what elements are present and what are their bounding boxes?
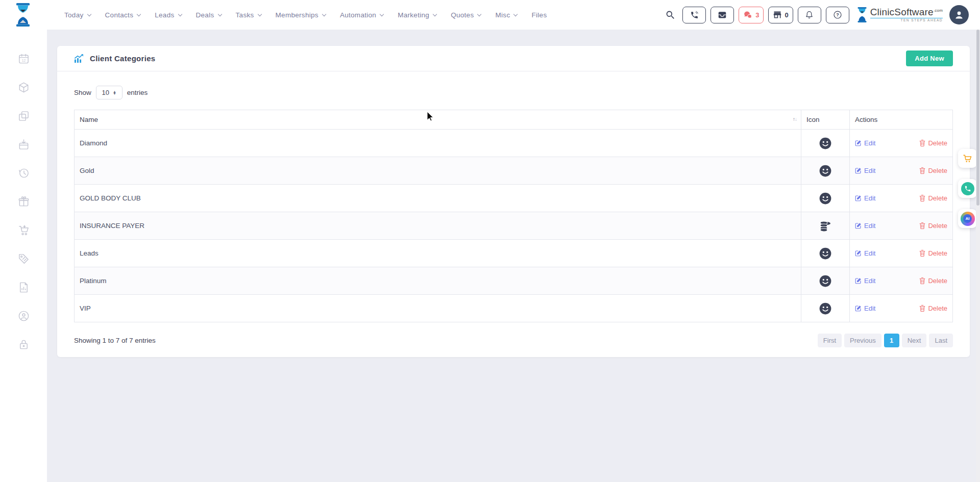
edit-button[interactable]: Edit xyxy=(855,139,875,147)
category-name-cell: Gold xyxy=(75,157,801,185)
delete-button[interactable]: Delete xyxy=(919,167,947,174)
category-name-cell: Platinum xyxy=(75,267,801,295)
nav-item-automation[interactable]: Automation xyxy=(340,11,383,19)
app-logo[interactable] xyxy=(11,3,35,27)
chevron-down-icon xyxy=(513,12,518,16)
trash-icon xyxy=(919,140,925,146)
edit-button[interactable]: Edit xyxy=(855,249,875,257)
smiley-icon xyxy=(819,137,832,150)
client-categories-card: Client Categories Add New Show 10 ▲▼ ent… xyxy=(57,46,970,357)
floating-cart-button[interactable] xyxy=(958,149,977,168)
phone-button[interactable] xyxy=(682,7,706,23)
user-avatar[interactable] xyxy=(949,5,969,24)
chat-button[interactable]: 3 xyxy=(739,7,764,23)
nav-item-leads[interactable]: Leads xyxy=(155,11,181,19)
column-header-name[interactable]: Name ↑↓ xyxy=(75,110,801,130)
till-button[interactable]: 0 xyxy=(768,7,793,23)
edit-button[interactable]: Edit xyxy=(855,167,875,174)
tag-icon xyxy=(18,253,30,265)
edit-icon xyxy=(855,222,862,229)
sidebar-item-duplicates[interactable] xyxy=(18,110,30,122)
inbox-button[interactable] xyxy=(710,7,734,23)
page-size-select[interactable]: 10 ▲▼ xyxy=(96,86,122,99)
sidebar-item-reports[interactable] xyxy=(18,282,30,293)
lock-icon xyxy=(18,339,30,350)
edit-button[interactable]: Edit xyxy=(855,277,875,285)
delete-button[interactable]: Delete xyxy=(919,249,947,257)
floating-phone-button[interactable] xyxy=(958,179,977,198)
sidebar-item-vouchers[interactable] xyxy=(18,253,30,265)
brand-name: ClinicSoftware.com xyxy=(870,7,943,17)
left-sidebar: 12 xyxy=(0,30,47,482)
edit-button[interactable]: Edit xyxy=(855,194,875,202)
scrollbar-thumb[interactable] xyxy=(976,30,979,206)
table-row: Diamond xyxy=(75,130,953,157)
pagination-next[interactable]: Next xyxy=(902,334,927,347)
till-count-badge: 0 xyxy=(785,11,788,19)
sidebar-item-security[interactable] xyxy=(18,339,30,350)
notifications-button[interactable] xyxy=(798,7,821,23)
nav-item-marketing[interactable]: Marketing xyxy=(398,11,436,19)
cart-icon xyxy=(962,153,973,164)
category-name-cell: INSURANCE PAYER xyxy=(75,212,801,240)
sort-icon[interactable]: ↑↓ xyxy=(793,116,797,122)
nav-item-misc[interactable]: Misc xyxy=(495,11,517,19)
nav-item-contacts[interactable]: Contacts xyxy=(105,11,141,19)
chart-icon xyxy=(74,54,84,63)
entries-label: entries xyxy=(127,89,148,96)
trash-icon xyxy=(919,305,925,312)
delete-button[interactable]: Delete xyxy=(919,222,947,230)
select-stepper-icon: ▲▼ xyxy=(113,91,116,95)
main-nav: Today Contacts Leads Deals Tasks xyxy=(64,0,547,30)
delete-button[interactable]: Delete xyxy=(919,139,947,147)
ai-assistant-icon: AI xyxy=(961,212,975,226)
search-icon[interactable] xyxy=(665,10,676,20)
add-new-button[interactable]: Add New xyxy=(906,50,953,66)
pagination-page-1[interactable]: 1 xyxy=(884,334,899,347)
table-row: INSURANCE PAYER xyxy=(75,212,953,240)
pagination-last[interactable]: Last xyxy=(929,334,953,347)
nav-item-memberships[interactable]: Memberships xyxy=(276,11,326,19)
pagination: First Previous 1 Next Last xyxy=(818,334,953,347)
sidebar-item-orders[interactable] xyxy=(18,139,30,150)
sidebar-item-history[interactable] xyxy=(18,167,30,179)
sidebar-item-gifts[interactable] xyxy=(18,196,30,208)
table-row: Leads xyxy=(75,240,953,267)
category-name-cell: VIP xyxy=(75,295,801,322)
delete-button[interactable]: Delete xyxy=(919,194,947,202)
chevron-down-icon xyxy=(477,12,481,16)
sidebar-item-products[interactable] xyxy=(18,82,30,93)
brand-logo[interactable]: ClinicSoftware.com TEN STEPS AHEAD xyxy=(857,7,943,23)
nav-item-files[interactable]: Files xyxy=(531,11,547,19)
chevron-down-icon xyxy=(257,12,261,16)
floating-ai-button[interactable]: AI xyxy=(958,209,977,228)
till-icon xyxy=(773,11,782,19)
edit-icon xyxy=(855,195,862,201)
trash-icon xyxy=(919,250,925,257)
nav-item-tasks[interactable]: Tasks xyxy=(236,11,261,19)
sidebar-item-support[interactable] xyxy=(18,310,30,322)
smiley-icon xyxy=(819,274,832,288)
help-button[interactable]: ? xyxy=(826,7,849,23)
nav-item-quotes[interactable]: Quotes xyxy=(451,11,481,19)
trash-icon xyxy=(919,222,925,229)
vertical-scrollbar[interactable] xyxy=(976,30,980,482)
nav-item-today[interactable]: Today xyxy=(64,11,91,19)
report-icon xyxy=(18,282,30,293)
sidebar-item-calendar[interactable]: 12 xyxy=(18,53,30,65)
nav-item-deals[interactable]: Deals xyxy=(196,11,222,19)
category-actions-cell: Edit Delete xyxy=(850,185,953,212)
hourglass-logo-icon xyxy=(14,3,32,27)
pagination-first[interactable]: First xyxy=(818,334,842,347)
edit-button[interactable]: Edit xyxy=(855,305,875,312)
sidebar-item-shop[interactable] xyxy=(18,224,30,236)
edit-button[interactable]: Edit xyxy=(855,222,875,230)
copy-icon xyxy=(18,110,30,122)
pagination-previous[interactable]: Previous xyxy=(844,334,881,347)
trash-icon xyxy=(919,195,925,201)
client-categories-table: Name ↑↓ Icon Actions Diamond xyxy=(74,110,953,322)
gift-icon xyxy=(18,196,30,208)
delete-button[interactable]: Delete xyxy=(919,305,947,312)
delete-button[interactable]: Delete xyxy=(919,277,947,285)
floating-quick-actions: AI xyxy=(958,149,977,228)
